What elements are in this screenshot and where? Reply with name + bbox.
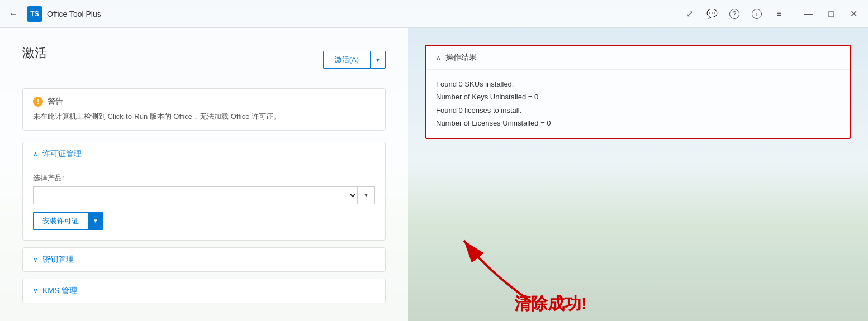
- title-bar-left: ← TS Office Tool Plus: [4, 5, 680, 23]
- minimize-icon: —: [804, 9, 813, 19]
- info-button[interactable]: i: [747, 4, 767, 24]
- install-btn-group: 安装许可证 ▼: [33, 212, 375, 230]
- help-icon: ?: [729, 9, 739, 19]
- expand-button[interactable]: ⤢: [680, 4, 700, 24]
- close-button[interactable]: ✕: [843, 4, 864, 24]
- license-chevron: ∧: [33, 150, 38, 158]
- maximize-icon: □: [828, 9, 834, 19]
- product-select-group: ▼: [33, 186, 375, 204]
- kms-chevron: ∨: [33, 287, 38, 295]
- warning-box: ! 警告 未在此计算机上检测到 Click-to-Run 版本的 Office，…: [22, 88, 386, 131]
- key-chevron: ∨: [33, 256, 38, 263]
- result-title: 操作结果: [445, 52, 477, 63]
- install-dropdown-icon: ▼: [93, 218, 98, 224]
- license-section-header[interactable]: ∧ 许可证管理: [23, 142, 385, 166]
- result-line-4: Number of Licenses Uninstalled = 0: [436, 117, 840, 130]
- activate-dropdown-button[interactable]: ▼: [370, 51, 386, 69]
- main-content: 激活 激活(A) ▼ ! 警告 未在此计算机上检测到 Click-to-Run …: [0, 28, 868, 321]
- license-section: ∧ 许可证管理 选择产品: ▼ 安装许可证: [22, 142, 386, 241]
- warning-title: ! 警告: [33, 97, 375, 107]
- back-icon: ←: [9, 9, 18, 19]
- key-section: ∨ 密钥管理: [22, 247, 386, 272]
- arrow-annotation: 清除成功!: [453, 229, 542, 310]
- app-title: Office Tool Plus: [47, 9, 101, 18]
- result-line-1: Found 0 SKUs installed.: [436, 78, 840, 90]
- info-icon: i: [752, 9, 762, 19]
- kms-section: ∨ KMS 管理: [22, 279, 386, 303]
- install-license-button[interactable]: 安装许可证: [33, 212, 88, 230]
- result-line-3: Found 0 licenses to install.: [436, 104, 840, 117]
- install-dropdown-button[interactable]: ▼: [88, 212, 103, 230]
- activate-btn-group: 激活(A) ▼: [323, 51, 386, 69]
- warning-title-text: 警告: [48, 97, 63, 107]
- kms-section-title: KMS 管理: [42, 286, 77, 296]
- select-arrow-icon: ▼: [363, 192, 369, 198]
- page-title: 激活: [22, 45, 47, 61]
- warning-message: 未在此计算机上检测到 Click-to-Run 版本的 Office，无法加载 …: [33, 111, 375, 122]
- minimize-button[interactable]: —: [799, 4, 819, 24]
- left-panel: 激活 激活(A) ▼ ! 警告 未在此计算机上检测到 Click-to-Run …: [0, 28, 408, 321]
- help-button[interactable]: ?: [724, 4, 744, 24]
- license-section-body: 选择产品: ▼ 安装许可证 ▼: [23, 166, 385, 240]
- kms-section-header[interactable]: ∨ KMS 管理: [23, 279, 385, 303]
- settings-button[interactable]: ≡: [769, 4, 789, 24]
- warning-icon: !: [33, 97, 43, 107]
- result-body: Found 0 SKUs installed. Number of Keys U…: [426, 70, 850, 138]
- select-arrow[interactable]: ▼: [357, 186, 375, 204]
- activate-button[interactable]: 激活(A): [323, 51, 370, 69]
- result-line-2: Number of Keys Uninstalled = 0: [436, 90, 840, 103]
- result-panel: ∧ 操作结果 Found 0 SKUs installed. Number of…: [425, 45, 851, 139]
- success-label: 清除成功!: [514, 293, 587, 315]
- title-bar-right: ⤢ 💬 ? i ≡ — □ ✕: [680, 4, 864, 24]
- maximize-button[interactable]: □: [821, 4, 841, 24]
- app-window: ← TS Office Tool Plus ⤢ 💬 ? i ≡: [0, 0, 868, 321]
- activate-dropdown-icon: ▼: [375, 57, 381, 63]
- app-logo: TS: [27, 6, 42, 22]
- back-button[interactable]: ←: [4, 5, 22, 23]
- key-section-title: 密钥管理: [42, 255, 74, 265]
- settings-icon: ≡: [776, 9, 781, 19]
- license-section-title: 许可证管理: [42, 149, 82, 159]
- select-product-label: 选择产品:: [33, 173, 375, 183]
- expand-icon: ⤢: [686, 8, 694, 19]
- close-icon: ✕: [850, 8, 857, 19]
- key-section-header[interactable]: ∨ 密钥管理: [23, 248, 385, 271]
- title-bar: ← TS Office Tool Plus ⤢ 💬 ? i ≡: [0, 0, 868, 28]
- chat-button[interactable]: 💬: [702, 4, 722, 24]
- right-panel: ∧ 操作结果 Found 0 SKUs installed. Number of…: [408, 28, 868, 321]
- product-select[interactable]: [33, 186, 357, 204]
- activate-header: 激活 激活(A) ▼: [22, 45, 386, 75]
- result-chevron: ∧: [436, 54, 441, 61]
- divider: [794, 7, 794, 21]
- result-header: ∧ 操作结果: [426, 46, 850, 70]
- chat-icon: 💬: [706, 8, 718, 19]
